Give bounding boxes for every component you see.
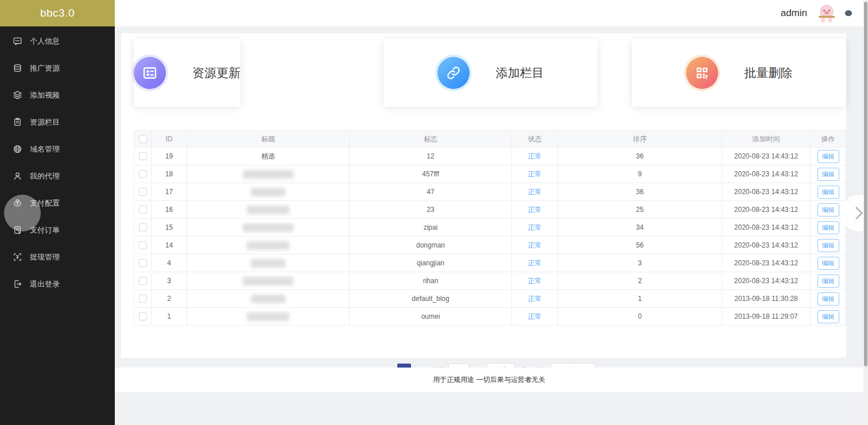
status-badge: 正常 (528, 312, 542, 320)
redacted-title (251, 295, 285, 303)
row-checkbox[interactable] (139, 295, 147, 303)
cell-title (187, 201, 350, 219)
row-checkbox[interactable] (139, 277, 147, 285)
link-icon (437, 57, 470, 89)
row-checkbox[interactable] (139, 241, 147, 249)
sidebar-item[interactable]: 退出登录 (0, 271, 115, 298)
cell-title (187, 254, 350, 272)
row-checkbox[interactable] (139, 206, 147, 214)
table-row: 2 default_blog 正常 1 2013-09-18 11:30:28 … (134, 290, 846, 308)
status-badge: 正常 (528, 188, 542, 196)
cell-status: 正常 (512, 219, 558, 237)
status-badge: 正常 (528, 223, 542, 231)
table-row: 1 oumei 正常 0 2013-09-18 11:29:07 编辑 (134, 308, 846, 326)
sidebar-item[interactable]: 推广资源 (0, 55, 115, 82)
table-header-row: ID 标题 标志 状态 排序 添加时间 操作 (134, 131, 846, 148)
qrcode-icon (686, 57, 718, 89)
edit-button[interactable]: 编辑 (817, 275, 839, 288)
cell-sort: 2 (558, 272, 722, 290)
withdraw-icon (13, 252, 22, 262)
sidebar-item[interactable]: 提现管理 (0, 244, 115, 271)
redacted-title (243, 277, 293, 285)
cell-title (187, 290, 350, 308)
cell-time: 2020-08-23 14:43:12 (722, 165, 811, 183)
cell-status: 正常 (512, 165, 558, 183)
admin-username[interactable]: admin (781, 7, 807, 19)
cell-status: 正常 (512, 148, 558, 165)
cell-id: 18 (152, 165, 187, 183)
cell-status: 正常 (512, 183, 558, 201)
cell-time: 2020-08-23 14:43:12 (722, 183, 811, 201)
cell-id: 2 (152, 290, 187, 308)
edit-button[interactable]: 编辑 (817, 168, 839, 181)
cell-title (187, 219, 350, 237)
cell-status: 正常 (512, 290, 558, 308)
app-logo: bbc3.0 (0, 0, 115, 26)
scrollbar-thumb[interactable] (864, 2, 867, 366)
action-card-label: 批量删除 (745, 65, 793, 81)
cell-title (187, 183, 350, 201)
cell-flag: zipai (350, 219, 512, 237)
sidebar-item-label: 提现管理 (30, 252, 60, 262)
redacted-title (247, 312, 289, 321)
cell-id: 19 (152, 148, 187, 165)
cell-status: 正常 (512, 201, 558, 219)
action-card[interactable]: 添加栏目 (383, 39, 598, 107)
edit-button[interactable]: 编辑 (817, 221, 839, 234)
status-badge: 正常 (528, 170, 542, 178)
cell-action: 编辑 (811, 308, 846, 326)
sidebar-item[interactable]: 我的代理 (0, 163, 115, 190)
edit-button[interactable]: 编辑 (817, 150, 839, 163)
cell-status: 正常 (512, 237, 558, 254)
cell-id: 17 (152, 183, 187, 201)
cell-sort: 25 (558, 201, 722, 219)
cell-id: 4 (152, 254, 187, 272)
sidebar-item-label: 添加视频 (30, 90, 60, 101)
sidebar-item[interactable]: 添加视频 (0, 82, 115, 109)
cell-flag: 457fff (350, 165, 512, 183)
action-cards: 添加栏目 批量删除 资源更新 (134, 39, 846, 107)
scrollbar[interactable] (863, 0, 868, 425)
sidebar-item-label: 资源栏目 (30, 117, 60, 128)
main-panel: 添加栏目 批量删除 资源更新 ID (121, 33, 846, 358)
edit-button[interactable]: 编辑 (817, 203, 839, 217)
edit-button[interactable]: 编辑 (817, 310, 839, 323)
row-checkbox[interactable] (139, 188, 147, 196)
edit-button[interactable]: 编辑 (817, 239, 839, 252)
sidebar-item-label: 个人信息 (30, 36, 60, 47)
sidebar-item-label: 我的代理 (30, 171, 60, 181)
sidebar-collapse-button[interactable] (4, 195, 41, 231)
cell-sort: 3 (558, 254, 722, 272)
row-checkbox[interactable] (139, 223, 147, 231)
status-badge: 正常 (528, 152, 542, 160)
action-card[interactable]: 批量删除 (632, 39, 846, 107)
cell-id: 14 (152, 237, 187, 254)
edit-button[interactable]: 编辑 (817, 186, 839, 199)
cell-title (187, 237, 350, 254)
action-card[interactable]: 资源更新 (134, 39, 241, 107)
row-checkbox[interactable] (139, 259, 147, 267)
table-row: 4 qiangjian 正常 3 2020-08-23 14:43:12 编辑 (134, 254, 846, 272)
avatar[interactable] (816, 3, 837, 24)
cell-time: 2020-08-23 14:43:12 (722, 148, 811, 165)
notification-dot-icon[interactable] (845, 10, 852, 16)
user-icon (13, 171, 22, 181)
sidebar-item[interactable]: 域名管理 (0, 136, 115, 163)
select-all-checkbox[interactable] (139, 135, 147, 143)
row-checkbox[interactable] (139, 170, 147, 178)
edit-button[interactable]: 编辑 (817, 292, 839, 306)
cell-time: 2020-08-23 14:43:12 (722, 272, 811, 290)
chevron-right-icon (850, 207, 863, 220)
sidebar-item[interactable]: 资源栏目 (0, 109, 115, 136)
redacted-title (243, 223, 293, 232)
sidebar-item[interactable]: 个人信息 (0, 28, 115, 55)
row-checkbox[interactable] (139, 152, 147, 160)
redacted-title (251, 259, 285, 268)
edit-button[interactable]: 编辑 (817, 257, 839, 270)
table-row: 18 457fff 正常 9 2020-08-23 14:43:12 编辑 (134, 165, 846, 183)
layout-list-icon (134, 57, 166, 89)
redacted-title (251, 188, 285, 196)
cell-action: 编辑 (811, 219, 846, 237)
row-checkbox[interactable] (139, 312, 147, 320)
cell-time: 2020-08-23 14:43:12 (722, 254, 811, 272)
